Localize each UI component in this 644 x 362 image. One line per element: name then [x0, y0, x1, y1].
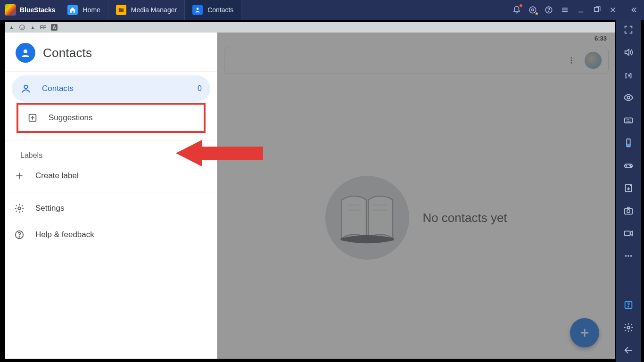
- maximize-icon[interactable]: [592, 5, 602, 15]
- whatsapp-icon: [19, 24, 25, 31]
- navigation-drawer: Contacts Contacts 0: [5, 33, 217, 359]
- suggestion-icon: [27, 112, 38, 123]
- main-content: 6:33: [217, 33, 615, 359]
- scrim-overlay[interactable]: [217, 33, 615, 359]
- svg-point-27: [631, 166, 632, 167]
- drawer-header: Contacts: [5, 33, 217, 72]
- plus-icon: [14, 170, 25, 181]
- warning-icon: ▲: [30, 25, 35, 30]
- nav-item-settings[interactable]: Settings: [5, 195, 217, 222]
- folder-icon: [116, 5, 126, 15]
- contacts-app-icon: [16, 43, 35, 63]
- svg-point-6: [20, 25, 25, 30]
- back-arrow-icon[interactable]: [623, 345, 634, 355]
- svg-rect-5: [594, 8, 599, 12]
- eye-icon[interactable]: [623, 92, 634, 103]
- nav-item-contacts[interactable]: Contacts 0: [12, 75, 210, 102]
- person-icon: [192, 5, 203, 15]
- help-outline-icon: [14, 229, 25, 240]
- gear-icon: [14, 203, 25, 214]
- warning-icon: ▲: [9, 25, 14, 30]
- tab-home[interactable]: Home: [60, 0, 108, 20]
- gamepad-icon[interactable]: [623, 160, 634, 171]
- title-controls: ★: [512, 5, 644, 15]
- nav-label: Help & feedback: [35, 230, 94, 239]
- svg-point-7: [24, 49, 27, 53]
- svg-point-2: [532, 9, 534, 11]
- svg-point-37: [627, 326, 630, 329]
- nav-label: Settings: [35, 204, 64, 213]
- offer-icon[interactable]: ★: [528, 5, 537, 15]
- bluestacks-logo-icon: [5, 4, 16, 16]
- svg-point-10: [18, 207, 21, 210]
- more-horiz-icon[interactable]: [623, 251, 634, 261]
- screenshot-icon[interactable]: [623, 206, 634, 216]
- ff-badge: FF: [40, 25, 46, 30]
- nav-label: Suggestions: [49, 113, 93, 123]
- record-icon[interactable]: [623, 228, 634, 239]
- bluestacks-side-toolbar: [616, 20, 641, 362]
- nav-item-suggestions[interactable]: Suggestions: [18, 105, 204, 131]
- home-icon: [67, 5, 78, 15]
- help-box-icon[interactable]: [623, 300, 634, 310]
- tab-label: Home: [83, 6, 100, 14]
- svg-rect-24: [627, 144, 630, 146]
- person-outline-icon: [20, 83, 32, 94]
- svg-rect-31: [625, 231, 630, 235]
- svg-rect-22: [625, 118, 633, 123]
- fullscreen-icon[interactable]: [623, 25, 634, 35]
- svg-point-0: [197, 8, 199, 10]
- close-icon[interactable]: [608, 5, 618, 15]
- svg-point-36: [628, 306, 629, 307]
- svg-point-33: [627, 255, 629, 257]
- svg-point-4: [548, 11, 549, 12]
- settings-gear-icon[interactable]: [623, 322, 634, 333]
- a-badge: A: [51, 24, 58, 31]
- brand-name: BlueStacks: [20, 6, 55, 14]
- app-multi-instance-strip: ▲ ▲ FF A: [5, 22, 615, 33]
- tab-contacts[interactable]: Contacts: [185, 0, 241, 20]
- svg-point-34: [630, 255, 632, 257]
- emulator-stage: ▲ ▲ FF A Contacts: [5, 22, 616, 359]
- nav-label: Create label: [35, 171, 79, 181]
- cursor-lock-icon[interactable]: [623, 70, 634, 80]
- svg-point-30: [627, 210, 630, 213]
- drawer-title: Contacts: [43, 46, 92, 60]
- annotation-highlight: Suggestions: [17, 103, 206, 133]
- svg-marker-20: [176, 140, 263, 166]
- minimize-icon[interactable]: [576, 5, 586, 15]
- hamburger-menu-icon[interactable]: [560, 5, 570, 15]
- contacts-count: 0: [198, 84, 202, 93]
- annotation-arrow: [176, 138, 265, 168]
- svg-point-8: [24, 85, 27, 89]
- nav-item-help[interactable]: Help & feedback: [5, 222, 217, 248]
- notification-bell-icon[interactable]: [512, 5, 521, 15]
- install-apk-icon[interactable]: [623, 183, 634, 193]
- help-icon[interactable]: [544, 5, 553, 15]
- contacts-app: Contacts Contacts 0: [5, 33, 615, 359]
- nav-label: Contacts: [42, 84, 74, 93]
- phone-device-icon[interactable]: [623, 138, 634, 148]
- keyboard-icon[interactable]: [623, 115, 634, 125]
- window-tabs: Home Media Manager Contacts: [60, 0, 241, 20]
- tab-label: Contacts: [207, 6, 233, 14]
- tab-media-manager[interactable]: Media Manager: [108, 0, 185, 20]
- svg-point-12: [19, 237, 19, 237]
- titlebar: BlueStacks Home Media Manager Contacts: [0, 0, 644, 20]
- collapse-sidebar-icon[interactable]: [629, 5, 638, 15]
- svg-point-21: [627, 96, 630, 99]
- svg-point-32: [625, 255, 627, 257]
- tab-label: Media Manager: [131, 6, 177, 14]
- volume-icon[interactable]: [623, 47, 634, 58]
